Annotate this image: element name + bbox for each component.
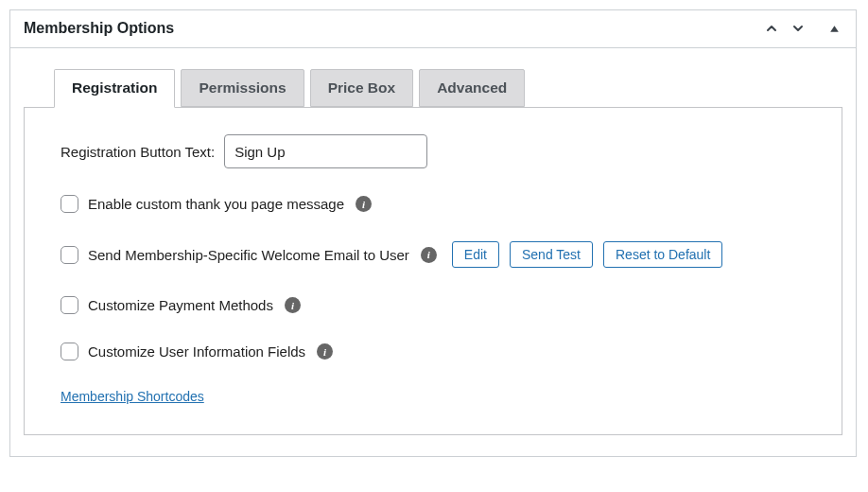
move-up-icon[interactable] xyxy=(763,20,780,37)
welcome-email-buttons: Edit Send Test Reset to Default xyxy=(448,241,723,268)
tab-row: Registration Permissions Price Box Advan… xyxy=(54,69,842,107)
panel-controls xyxy=(763,20,842,37)
info-icon[interactable]: i xyxy=(421,247,437,263)
info-icon[interactable]: i xyxy=(285,297,301,313)
tab-permissions[interactable]: Permissions xyxy=(181,69,304,107)
welcome-email-row: Send Membership-Specific Welcome Email t… xyxy=(61,241,806,268)
collapse-icon[interactable] xyxy=(825,20,842,37)
tab-price-box[interactable]: Price Box xyxy=(310,69,414,107)
membership-shortcodes-link[interactable]: Membership Shortcodes xyxy=(61,389,204,404)
tab-registration[interactable]: Registration xyxy=(54,69,175,108)
info-icon[interactable]: i xyxy=(317,343,333,360)
reset-button[interactable]: Reset to Default xyxy=(603,241,722,268)
customize-payment-label: Customize Payment Methods xyxy=(88,297,273,313)
move-down-icon[interactable] xyxy=(790,20,807,37)
tab-advanced[interactable]: Advanced xyxy=(419,69,525,107)
membership-options-panel: Membership Options Registration Permissi… xyxy=(9,9,857,457)
customize-fields-checkbox[interactable] xyxy=(61,343,78,360)
shortcodes-link-row: Membership Shortcodes xyxy=(61,389,806,404)
welcome-email-label: Send Membership-Specific Welcome Email t… xyxy=(88,247,409,263)
thank-you-label: Enable custom thank you page message xyxy=(88,196,344,212)
thank-you-checkbox[interactable] xyxy=(61,195,78,213)
welcome-email-checkbox[interactable] xyxy=(61,246,78,264)
panel-title: Membership Options xyxy=(24,20,174,37)
registration-button-text-label: Registration Button Text: xyxy=(61,144,215,160)
svg-marker-0 xyxy=(830,26,839,32)
send-test-button[interactable]: Send Test xyxy=(510,241,593,268)
panel-body: Registration Permissions Price Box Advan… xyxy=(10,48,856,456)
customize-fields-row: Customize User Information Fields i xyxy=(61,343,806,360)
tab-wrapper: Registration Permissions Price Box Advan… xyxy=(24,69,842,435)
registration-button-text-row: Registration Button Text: xyxy=(61,134,806,168)
tab-content-registration: Registration Button Text: Enable custom … xyxy=(24,107,842,435)
registration-button-text-input[interactable] xyxy=(224,134,427,168)
thank-you-row: Enable custom thank you page message i xyxy=(61,195,806,213)
edit-button[interactable]: Edit xyxy=(452,241,499,268)
customize-payment-row: Customize Payment Methods i xyxy=(61,296,806,314)
info-icon[interactable]: i xyxy=(356,196,372,212)
customize-payment-checkbox[interactable] xyxy=(61,296,78,314)
customize-fields-label: Customize User Information Fields xyxy=(88,343,305,360)
panel-header: Membership Options xyxy=(10,10,856,48)
